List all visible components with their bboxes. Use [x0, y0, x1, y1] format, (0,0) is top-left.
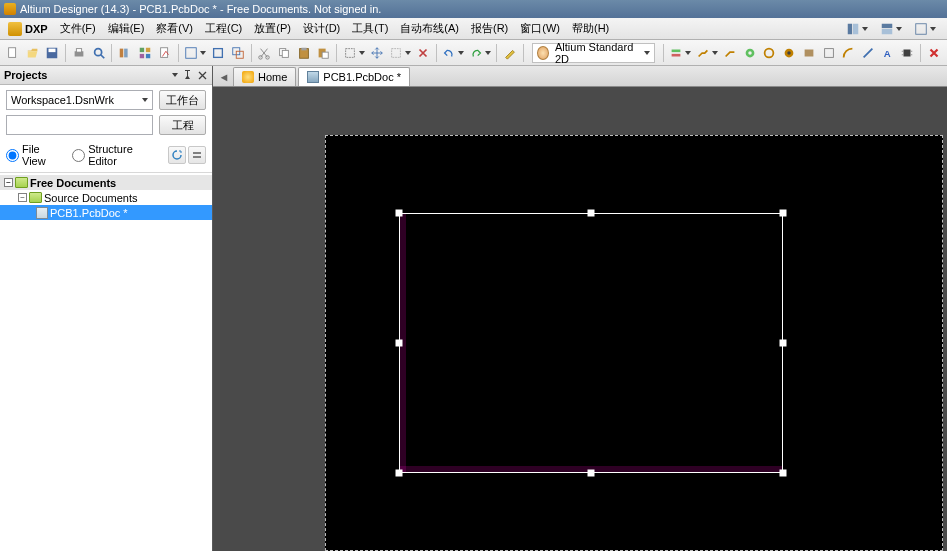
svg-rect-3 — [882, 29, 893, 34]
layer-pair-button[interactable] — [668, 43, 693, 63]
pcb-canvas[interactable] — [213, 87, 947, 551]
zoom-sel-button[interactable] — [229, 43, 247, 63]
component-button[interactable] — [899, 43, 917, 63]
tab-pcb-doc[interactable]: PCB1.PcbDoc * — [298, 67, 410, 86]
arc-button[interactable] — [839, 43, 857, 63]
dxp-icon — [8, 22, 22, 36]
menu-window[interactable]: 窗口(W) — [514, 19, 566, 38]
selection-rect[interactable] — [399, 213, 783, 473]
svg-rect-32 — [392, 48, 401, 57]
menu-project[interactable]: 工程(C) — [199, 19, 248, 38]
tree-pcb-doc[interactable]: PCB1.PcbDoc * — [0, 205, 212, 220]
panel-menu-icon[interactable] — [172, 73, 178, 77]
menu-tools[interactable]: 工具(T) — [346, 19, 394, 38]
selection-handle[interactable] — [396, 470, 403, 477]
menu-place[interactable]: 放置(P) — [248, 19, 297, 38]
select-button[interactable] — [341, 43, 366, 63]
preview-button[interactable] — [90, 43, 108, 63]
via-1-button[interactable] — [741, 43, 759, 63]
title-text: Altium Designer (14.3) - PCB1.PcbDoc * -… — [20, 3, 381, 15]
selection-handle[interactable] — [780, 210, 787, 217]
tab-home[interactable]: Home — [233, 67, 296, 86]
save-button[interactable] — [43, 43, 61, 63]
selection-handle[interactable] — [588, 470, 595, 477]
clear-button[interactable] — [414, 43, 432, 63]
pin-icon[interactable] — [182, 70, 193, 81]
cross-probe-button[interactable] — [501, 43, 519, 63]
view-mode-combo[interactable]: Altium Standard 2D — [532, 43, 655, 63]
document-tabs: ◄ Home PCB1.PcbDoc * — [213, 66, 947, 87]
selection-handle[interactable] — [588, 210, 595, 217]
projects-title: Projects — [4, 69, 47, 81]
components-button[interactable] — [136, 43, 154, 63]
collapse-icon[interactable]: − — [4, 178, 13, 187]
dxp-menu[interactable]: DXP — [2, 22, 54, 36]
close-panel-icon[interactable] — [197, 70, 208, 81]
layout-toggle-3[interactable] — [911, 19, 939, 39]
paste-button[interactable] — [295, 43, 313, 63]
svg-point-39 — [787, 51, 791, 55]
pcb-icon — [307, 71, 319, 83]
svg-rect-5 — [8, 47, 15, 57]
print-button[interactable] — [70, 43, 88, 63]
selection-handle[interactable] — [780, 340, 787, 347]
string-button[interactable]: A — [879, 43, 897, 63]
menu-help[interactable]: 帮助(H) — [566, 19, 615, 38]
view-mode-label: Altium Standard 2D — [555, 41, 636, 65]
tree-source-documents[interactable]: − Source Documents — [0, 190, 212, 205]
selection-handle[interactable] — [396, 340, 403, 347]
workspace-button[interactable]: 工作台 — [159, 90, 206, 110]
region-button[interactable] — [820, 43, 838, 63]
home-icon — [242, 71, 254, 83]
svg-point-36 — [748, 51, 752, 55]
structure-editor-radio[interactable]: Structure Editor — [72, 143, 158, 167]
app-icon — [4, 3, 16, 15]
selection-handle[interactable] — [780, 470, 787, 477]
menu-view[interactable]: 察看(V) — [150, 19, 199, 38]
undo-button[interactable] — [441, 43, 466, 63]
menu-file[interactable]: 文件(F) — [54, 19, 102, 38]
selection-handle[interactable] — [396, 210, 403, 217]
projects-panel: Projects Workspace1.DsnWrk 工作台 工程 File V… — [0, 66, 213, 551]
zoom-area-button[interactable] — [182, 43, 207, 63]
open-button[interactable] — [24, 43, 42, 63]
project-combo[interactable] — [6, 115, 153, 135]
pad-button[interactable] — [780, 43, 798, 63]
new-button[interactable] — [4, 43, 22, 63]
move-button[interactable] — [368, 43, 386, 63]
layout-toggle-1[interactable] — [843, 19, 871, 39]
cut-button[interactable] — [255, 43, 273, 63]
deselect-button[interactable] — [388, 43, 413, 63]
panel-opts-icon[interactable] — [188, 146, 206, 164]
workspace-combo[interactable]: Workspace1.DsnWrk — [6, 90, 153, 110]
copy-button[interactable] — [275, 43, 293, 63]
svg-rect-31 — [345, 48, 354, 57]
redo-button[interactable] — [468, 43, 493, 63]
menu-autoroute[interactable]: 自动布线(A) — [394, 19, 465, 38]
collapse-icon[interactable]: − — [18, 193, 27, 202]
tab-prev-button[interactable]: ◄ — [217, 68, 231, 86]
zoom-fit-button[interactable] — [209, 43, 227, 63]
fill-button[interactable] — [800, 43, 818, 63]
track-2-button[interactable] — [721, 43, 739, 63]
paste-special-button[interactable] — [315, 43, 333, 63]
track-button[interactable] — [694, 43, 719, 63]
doc-open-button[interactable] — [156, 43, 174, 63]
via-2-button[interactable] — [761, 43, 779, 63]
lib-button[interactable] — [116, 43, 134, 63]
line-button[interactable] — [859, 43, 877, 63]
menu-edit[interactable]: 编辑(E) — [102, 19, 151, 38]
projects-panel-header: Projects — [0, 66, 212, 85]
file-view-radio[interactable]: File View — [6, 143, 62, 167]
svg-rect-1 — [853, 23, 858, 34]
refresh-icon[interactable] — [168, 146, 186, 164]
project-button[interactable]: 工程 — [159, 115, 206, 135]
svg-line-42 — [864, 48, 873, 57]
pcb-doc-icon — [36, 207, 48, 219]
layout-toggle-2[interactable] — [877, 19, 905, 39]
menu-report[interactable]: 报告(R) — [465, 19, 514, 38]
svg-rect-33 — [672, 49, 681, 52]
delete-button[interactable] — [925, 43, 943, 63]
tree-free-documents[interactable]: − Free Documents — [0, 175, 212, 190]
menu-design[interactable]: 设计(D) — [297, 19, 346, 38]
